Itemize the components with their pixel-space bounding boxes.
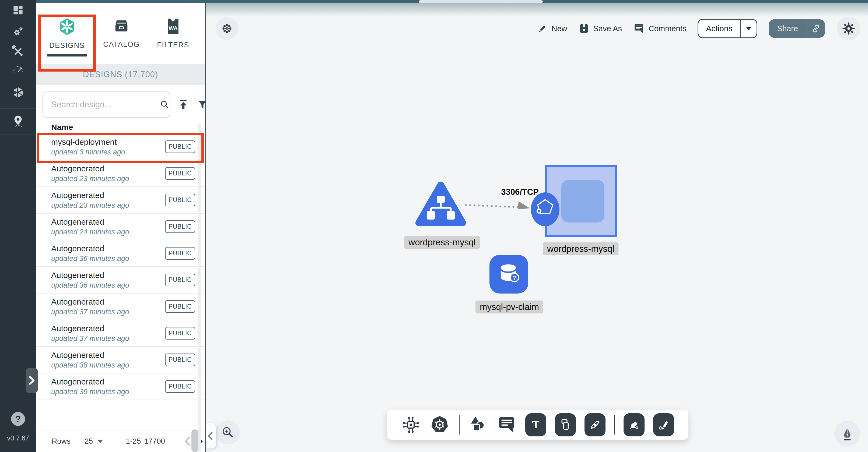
freestyle-draw-button[interactable] xyxy=(834,421,860,447)
search-button[interactable] xyxy=(159,99,170,110)
tab-filters[interactable]: WA FILTERS xyxy=(147,18,199,68)
tab-catalog-label: CATALOG xyxy=(103,40,140,49)
designs-panel: DESIGNS CATALOG WA FILTERS xyxy=(36,0,206,452)
component-chip-icon xyxy=(401,415,421,434)
sidebar-expand-button[interactable] xyxy=(26,368,38,393)
share-button[interactable]: Share xyxy=(769,20,825,38)
sidebar-item-lifecycle[interactable] xyxy=(0,25,36,38)
zoom-in-button[interactable] xyxy=(216,420,240,445)
save-as-label: Save As xyxy=(593,24,622,33)
page-total: 17700 xyxy=(144,437,165,446)
sidebar-item-performance[interactable] xyxy=(0,64,36,76)
design-updated-time: updated 24 minutes ago xyxy=(51,228,129,236)
database-cylinder-icon: ? xyxy=(495,260,523,288)
sidebar-item-extensions[interactable] xyxy=(0,86,36,98)
dock-divider xyxy=(459,415,460,434)
page-range: 1-25 xyxy=(126,437,141,446)
pen-tool-button[interactable] xyxy=(624,413,645,437)
publish-design-button[interactable] xyxy=(177,98,190,111)
sidebar-item-configuration[interactable] xyxy=(0,45,36,58)
actions-dropdown-button[interactable] xyxy=(741,20,756,37)
panel-header: DESIGNS (17,700) xyxy=(36,64,205,85)
design-list-item[interactable]: mysql-deployment updated 3 minutes ago P… xyxy=(36,134,205,160)
design-list-item[interactable]: Autogenerated updated 39 minutes ago PUB… xyxy=(36,374,205,400)
sidebar-item-kanvas[interactable] xyxy=(0,114,36,128)
pencil-draw-icon xyxy=(656,417,672,432)
visibility-badge: PUBLIC xyxy=(165,327,195,340)
pagination-bar: Rows 25 1-25 17700 xyxy=(36,430,205,452)
pencil-draw-tool-button[interactable] xyxy=(653,413,674,437)
filter-list-button[interactable] xyxy=(196,99,208,110)
save-as-button[interactable]: Save As xyxy=(579,23,622,34)
panel-scrollbar-track xyxy=(197,124,202,452)
text-tool-button[interactable]: T xyxy=(525,413,546,437)
annotation-comment-tool-button[interactable] xyxy=(497,415,517,435)
pen-tool-icon xyxy=(626,417,642,432)
design-list-item[interactable]: Autogenerated updated 24 minutes ago PUB… xyxy=(36,214,205,240)
panel-scrollbar-thumb[interactable] xyxy=(191,429,198,452)
design-updated-time: updated 36 minutes ago xyxy=(51,255,129,263)
visibility-badge: PUBLIC xyxy=(165,300,195,313)
search-input[interactable] xyxy=(51,100,159,110)
design-name: Autogenerated xyxy=(51,164,129,173)
kubernetes-tool-button[interactable] xyxy=(429,414,450,435)
actions-button[interactable]: Actions xyxy=(698,19,757,38)
pen-nib-icon xyxy=(840,426,855,441)
kanvas-pin-icon xyxy=(11,114,25,128)
page-size-select[interactable]: 25 xyxy=(85,437,103,446)
design-list-item[interactable]: Autogenerated updated 38 minutes ago PUB… xyxy=(36,347,205,374)
tab-designs[interactable]: DESIGNS xyxy=(41,18,93,68)
design-list-item[interactable]: Autogenerated updated 36 minutes ago PUB… xyxy=(36,267,205,294)
comments-label: Comments xyxy=(649,24,686,33)
design-list-item[interactable]: Autogenerated updated 23 minutes ago PUB… xyxy=(36,160,205,187)
node-deployment-wordpress-mysql[interactable] xyxy=(415,181,466,227)
top-scrollbar-thumb[interactable] xyxy=(419,0,543,3)
design-name: Autogenerated xyxy=(51,377,129,386)
shapes-tool-button[interactable] xyxy=(468,415,488,435)
dock-divider xyxy=(614,415,615,434)
design-list-item[interactable]: Autogenerated updated 37 minutes ago PUB… xyxy=(36,320,205,347)
design-name: Autogenerated xyxy=(51,351,129,360)
copy-link-button[interactable] xyxy=(807,20,825,38)
design-name: Autogenerated xyxy=(51,297,129,306)
layers-copy-icon xyxy=(558,417,573,432)
node-pvc-mysql-pv-claim[interactable]: ? xyxy=(490,255,528,294)
design-canvas[interactable]: New Save As Comments Actions xyxy=(206,0,868,452)
search-icon xyxy=(159,99,170,110)
new-design-button[interactable]: New xyxy=(537,23,567,34)
meshery-app: ? v0.7.67 xyxy=(0,0,868,452)
component-tool-button[interactable] xyxy=(401,415,421,434)
prev-page-icon xyxy=(184,436,191,446)
link-tool-button[interactable] xyxy=(585,413,606,437)
meshery-logo-icon xyxy=(58,18,76,35)
comments-button[interactable]: Comments xyxy=(633,23,686,34)
rows-dropdown-caret-icon xyxy=(97,440,103,443)
settings-button[interactable] xyxy=(837,17,861,40)
search-box xyxy=(42,92,170,118)
pencil-new-icon xyxy=(537,23,548,34)
design-list-item[interactable]: Autogenerated updated 36 minutes ago PUB… xyxy=(36,240,205,267)
visibility-badge: PUBLIC xyxy=(165,247,195,260)
layers-copy-tool-button[interactable] xyxy=(555,413,576,437)
tab-catalog[interactable]: CATALOG xyxy=(95,18,148,68)
active-tab-indicator xyxy=(47,54,87,57)
design-item-text: Autogenerated updated 38 minutes ago xyxy=(51,351,129,369)
new-label: New xyxy=(552,24,567,33)
search-row xyxy=(36,85,205,124)
page-size-value: 25 xyxy=(85,437,93,446)
collapse-panel-button[interactable] xyxy=(206,423,216,449)
visibility-badge: PUBLIC xyxy=(165,354,195,366)
service-port-handle[interactable] xyxy=(530,192,561,228)
app-version: v0.7.67 xyxy=(0,434,36,442)
design-item-text: Autogenerated updated 36 minutes ago xyxy=(51,244,129,263)
node-label-service: wordpress-mysql xyxy=(543,243,618,255)
dashboard-icon xyxy=(12,5,24,17)
mesh-visibility-button[interactable] xyxy=(216,17,238,40)
sidebar-item-dashboard[interactable] xyxy=(0,5,36,17)
design-item-text: mysql-deployment updated 3 minutes ago xyxy=(51,137,125,156)
prev-page-button[interactable] xyxy=(184,436,191,446)
design-item-text: Autogenerated updated 23 minutes ago xyxy=(51,164,129,183)
design-list-item[interactable]: Autogenerated updated 37 minutes ago PUB… xyxy=(36,294,205,320)
design-list-item[interactable]: Autogenerated updated 23 minutes ago PUB… xyxy=(36,187,205,214)
help-button[interactable]: ? xyxy=(11,412,25,426)
